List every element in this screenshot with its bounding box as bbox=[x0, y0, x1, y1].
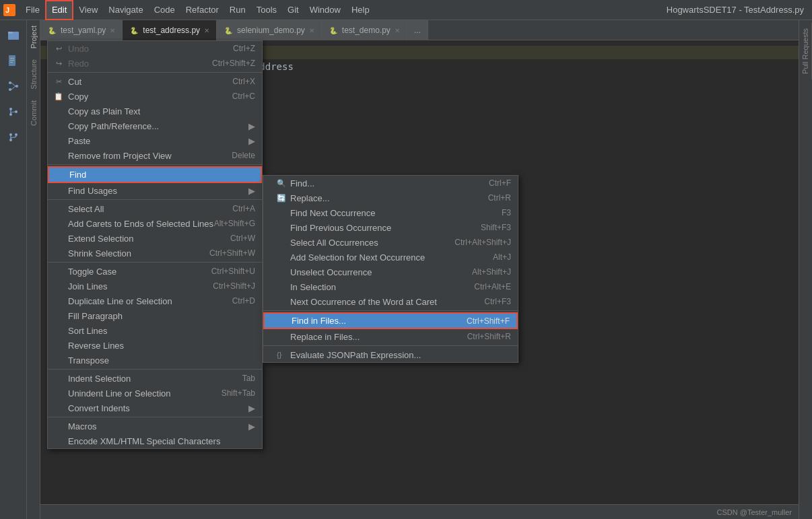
find-item-replace-in-files[interactable]: Replace in Files... Ctrl+Shift+R bbox=[263, 329, 518, 344]
sidebar-icon-pr[interactable] bbox=[1, 125, 26, 149]
find-jsonpath-icon: {} bbox=[277, 351, 287, 359]
tab-selenium-demo[interactable]: 🐍 selenium_demo.py ✕ bbox=[217, 20, 322, 40]
menu-item-undo[interactable]: ↩ Undo Ctrl+Z bbox=[48, 41, 262, 56]
menu-code[interactable]: Code bbox=[149, 0, 180, 20]
svg-rect-7 bbox=[10, 62, 13, 63]
sep-3 bbox=[48, 199, 262, 200]
menu-item-sort-lines[interactable]: Sort Lines bbox=[48, 323, 262, 338]
menu-item-shrink-selection[interactable]: Shrink Selection Ctrl+Shift+W bbox=[48, 246, 262, 261]
status-bar: CSDN @Tester_muller bbox=[40, 504, 799, 519]
shrink-sel-label: Shrink Selection bbox=[68, 248, 131, 258]
menu-item-cut[interactable]: ✂ Cut Ctrl+X bbox=[48, 74, 262, 89]
tab-test-demo[interactable]: 🐍 test_demo.py ✕ bbox=[322, 20, 407, 40]
toggle-case-shortcut: Ctrl+Shift+U bbox=[211, 267, 255, 276]
side-label-project[interactable]: Project bbox=[27, 20, 40, 54]
menu-file[interactable]: File bbox=[20, 0, 45, 20]
redo-icon: ↪ bbox=[52, 59, 65, 68]
side-label-pull-requests[interactable]: Pull Requests bbox=[799, 23, 812, 79]
menu-item-convert-indents[interactable]: Convert Indents ▶ bbox=[48, 401, 262, 415]
menu-view[interactable]: View bbox=[73, 0, 103, 20]
unindent-shortcut: Shift+Tab bbox=[222, 388, 255, 398]
menu-item-select-all[interactable]: Select All Ctrl+A bbox=[48, 201, 262, 216]
menu-item-add-carets[interactable]: Add Carets to Ends of Selected Lines Alt… bbox=[48, 216, 262, 231]
tab-icon-yaml: 🐍 bbox=[47, 26, 57, 35]
tab-close-selenium[interactable]: ✕ bbox=[309, 27, 314, 34]
menu-item-copy[interactable]: 📋 Copy Ctrl+C bbox=[48, 89, 262, 104]
menu-item-reverse-lines[interactable]: Reverse Lines bbox=[48, 338, 262, 353]
transpose-label: Transpose bbox=[68, 355, 109, 366]
menu-run[interactable]: Run bbox=[224, 0, 251, 20]
menu-item-toggle-case[interactable]: Toggle Case Ctrl+Shift+U bbox=[48, 264, 262, 279]
tab-close-address[interactable]: ✕ bbox=[204, 27, 209, 34]
menu-window[interactable]: Window bbox=[304, 0, 346, 20]
find-item-select-all-shortcut: Ctrl+Alt+Shift+J bbox=[454, 238, 511, 247]
tab-test-yaml[interactable]: 🐍 test_yaml.py ✕ bbox=[40, 20, 123, 40]
sidebar-icon-folder[interactable] bbox=[1, 23, 26, 47]
unindent-label: Unindent Line or Selection bbox=[68, 388, 171, 399]
find-item-find-in-files[interactable]: Find in Files... Ctrl+Shift+F bbox=[263, 312, 518, 329]
select-all-shortcut: Ctrl+A bbox=[232, 204, 255, 213]
find-usages-arrow: ▶ bbox=[248, 186, 255, 196]
tab-more[interactable]: ... bbox=[407, 20, 428, 40]
tab-close-demo[interactable]: ✕ bbox=[395, 27, 400, 34]
menu-tools[interactable]: Tools bbox=[251, 0, 282, 20]
find-item-add-sel[interactable]: Add Selection for Next Occurrence Alt+J bbox=[263, 250, 518, 265]
find-item-find-label: Find... bbox=[290, 178, 314, 188]
find-item-jsonpath[interactable]: {} Evaluate JSONPath Expression... bbox=[263, 347, 518, 362]
menu-item-join-lines[interactable]: Join Lines Ctrl+Shift+J bbox=[48, 279, 262, 293]
menu-item-copy-path[interactable]: Copy Path/Reference... ▶ bbox=[48, 118, 262, 133]
menu-item-find-usages[interactable]: Find Usages ▶ bbox=[48, 183, 262, 198]
menu-refactor[interactable]: Refactor bbox=[180, 0, 224, 20]
find-item-in-sel[interactable]: In Selection Ctrl+Alt+E bbox=[263, 279, 518, 294]
find-item-next-word[interactable]: Next Occurrence of the Word at Caret Ctr… bbox=[263, 294, 518, 309]
find-item-replace[interactable]: 🔄 Replace... Ctrl+R bbox=[263, 191, 518, 205]
menu-item-indent[interactable]: Indent Selection Tab bbox=[48, 371, 262, 386]
menu-item-encode[interactable]: Encode XML/HTML Special Characters bbox=[48, 434, 262, 448]
find-item-next-occ-label: Find Next Occurrence bbox=[290, 208, 375, 218]
menu-edit[interactable]: Edit bbox=[45, 0, 73, 20]
menu-item-find[interactable]: Find bbox=[48, 166, 262, 183]
find-item-unselect[interactable]: Unselect Occurrence Alt+Shift+J bbox=[263, 265, 518, 279]
find-item-find[interactable]: 🔍 Find... Ctrl+F bbox=[263, 176, 518, 191]
menu-git[interactable]: Git bbox=[282, 0, 304, 20]
find-item-next-occ[interactable]: Find Next Occurrence F3 bbox=[263, 205, 518, 220]
find-item-replace-in-files-label: Replace in Files... bbox=[290, 332, 360, 342]
find-usages-label: Find Usages bbox=[68, 186, 117, 196]
convert-indents-arrow: ▶ bbox=[248, 403, 255, 413]
sep-1 bbox=[48, 72, 262, 73]
menu-item-duplicate-line[interactable]: Duplicate Line or Selection Ctrl+D bbox=[48, 293, 262, 308]
svg-point-17 bbox=[9, 133, 12, 136]
sidebar-icon-structure[interactable] bbox=[1, 74, 26, 98]
menu-item-extend-selection[interactable]: Extend Selection Ctrl+W bbox=[48, 231, 262, 246]
side-label-structure[interactable]: Structure bbox=[27, 54, 40, 95]
sidebar-icon-file[interactable] bbox=[1, 48, 26, 73]
sidebar-icon-git[interactable] bbox=[1, 100, 26, 124]
menu-item-fill-paragraph[interactable]: Fill Paragraph bbox=[48, 308, 262, 323]
menu-item-paste[interactable]: Paste ▶ bbox=[48, 133, 262, 148]
tab-test-address[interactable]: 🐍 test_address.py ✕ bbox=[123, 20, 217, 40]
find-item-prev-occ[interactable]: Find Previous Occurrence Shift+F3 bbox=[263, 220, 518, 235]
tab-close-yaml[interactable]: ✕ bbox=[110, 27, 115, 34]
menu-item-unindent[interactable]: Unindent Line or Selection Shift+Tab bbox=[48, 386, 262, 401]
encode-label: Encode XML/HTML Special Characters bbox=[68, 436, 220, 446]
menu-help[interactable]: Help bbox=[346, 0, 375, 20]
menu-item-macros[interactable]: Macros ▶ bbox=[48, 419, 262, 434]
side-label-commit[interactable]: Commit bbox=[27, 95, 40, 131]
menu-item-redo[interactable]: ↪ Redo Ctrl+Shift+Z bbox=[48, 56, 262, 71]
redo-label: Redo bbox=[68, 59, 89, 69]
svg-line-12 bbox=[11, 86, 15, 90]
menu-item-remove-project[interactable]: Remove from Project View Delete bbox=[48, 148, 262, 163]
main-layout: Project Structure Commit 🐍 test_yaml.py … bbox=[0, 20, 812, 519]
cut-shortcut: Ctrl+X bbox=[232, 77, 255, 86]
menu-navigate[interactable]: Navigate bbox=[103, 0, 148, 20]
macros-label: Macros bbox=[68, 421, 97, 431]
tab-label-address: test_address.py bbox=[143, 26, 200, 35]
svg-point-18 bbox=[9, 139, 12, 141]
find-item-prev-occ-shortcut: Shift+F3 bbox=[481, 223, 511, 232]
find-item-replace-shortcut: Ctrl+R bbox=[488, 193, 511, 203]
tab-label-yaml: test_yaml.py bbox=[61, 26, 106, 35]
indent-label: Indent Selection bbox=[68, 374, 131, 384]
menu-item-copy-plain[interactable]: Copy as Plain Text bbox=[48, 104, 262, 118]
find-item-select-all-occ[interactable]: Select All Occurrences Ctrl+Alt+Shift+J bbox=[263, 235, 518, 250]
menu-item-transpose[interactable]: Transpose bbox=[48, 353, 262, 368]
